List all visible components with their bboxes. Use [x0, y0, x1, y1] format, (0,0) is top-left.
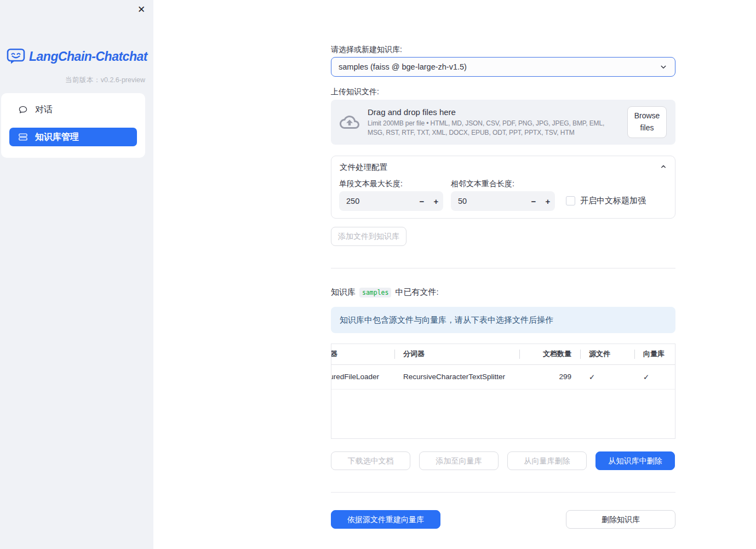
chunk-size-input[interactable]: 250 − +: [339, 191, 443, 211]
table-header-row: 文档加载器 分词器 文档数量 源文件 向量库: [331, 344, 675, 364]
dropzone-title: Drag and drop files here: [368, 107, 619, 117]
cloud-upload-icon: [340, 112, 359, 132]
app-page: ✕ LangChain-Chatchat 当前版本：v0.2.6-preview: [0, 0, 756, 549]
chevron-down-icon: [658, 62, 668, 72]
dropzone-limit-text: Limit 200MB per file • HTML, MD, JSON, C…: [368, 119, 619, 136]
sidebar-item-label: 对话: [35, 104, 53, 116]
sidebar-item-dialogue[interactable]: 对话: [9, 100, 137, 119]
info-alert: 知识库中包含源文件与向量库，请从下表中选择文件后操作: [331, 307, 675, 333]
version-line: 当前版本：v0.2.6-preview: [0, 76, 145, 85]
logo: LangChain-Chatchat: [7, 48, 147, 65]
divider: [331, 268, 675, 268]
chunk-size-label: 单段文本最大长度:: [339, 179, 403, 189]
overlap-size-input[interactable]: 50 − +: [451, 191, 555, 211]
kb-files-table[interactable]: 文档加载器 分词器 文档数量 源文件 向量库 UnstructuredFileL…: [331, 344, 675, 439]
overlap-size-value: 50: [451, 197, 526, 205]
kb-files-suffix: 中已有文件:: [395, 287, 438, 298]
stack-icon: [18, 132, 28, 142]
rebuild-vector-store-button[interactable]: 依据源文件重建向量库: [331, 510, 440, 529]
table-row[interactable]: UnstructuredFileLoader RecursiveCharacte…: [331, 364, 675, 389]
overlap-size-label: 相邻文本重合长度:: [451, 179, 514, 189]
kb-files-heading: 知识库 samples 中已有文件:: [331, 287, 439, 298]
browse-files-button[interactable]: Browse files: [627, 106, 667, 138]
main-content: 请选择或新建知识库: samples (faiss @ bge-large-zh…: [331, 0, 675, 549]
chunk-size-decrement-button[interactable]: −: [415, 191, 429, 211]
version-label: 当前版本：: [65, 76, 101, 84]
add-files-to-kb-button[interactable]: 添加文件到知识库: [331, 227, 406, 246]
zh-title-enhance-checkbox[interactable]: [566, 196, 575, 205]
kb-selectbox[interactable]: samples (faiss @ bge-large-zh-v1.5): [331, 57, 675, 77]
kb-select-label: 请选择或新建知识库:: [331, 45, 402, 55]
kb-actions-row: 依据源文件重建向量库 删除知识库: [331, 510, 675, 529]
column-header-vector-store[interactable]: 向量库: [634, 344, 675, 364]
overlap-size-decrement-button[interactable]: −: [526, 191, 541, 211]
chunk-size-value: 250: [339, 197, 415, 205]
logo-text: LangChain-Chatchat: [29, 49, 147, 64]
cell-vector-store-check: ✓: [634, 364, 675, 389]
add-to-vector-store-button[interactable]: 添加至向量库: [419, 451, 499, 470]
zh-title-enhance-label: 开启中文标题加强: [580, 196, 646, 206]
zh-title-enhance-checkbox-row[interactable]: 开启中文标题加强: [566, 196, 646, 206]
kb-files-prefix: 知识库: [331, 287, 356, 298]
logo-chat-bubble-icon: [7, 48, 25, 65]
overlap-size-increment-button[interactable]: +: [541, 191, 555, 211]
column-header-doc-count[interactable]: 文档数量: [519, 344, 580, 364]
sidebar: ✕ LangChain-Chatchat 当前版本：v0.2.6-preview: [0, 0, 153, 549]
delete-from-kb-button[interactable]: 从知识库中删除: [595, 451, 675, 470]
file-config-expander: 文件处理配置 单段文本最大长度: 250 − + 相邻文本重合长度: 50 − …: [331, 156, 675, 219]
version-value: v0.2.6-preview: [101, 76, 145, 84]
dropzone-instructions: Drag and drop files here Limit 200MB per…: [368, 107, 619, 136]
sidebar-item-label: 知识库管理: [35, 131, 79, 143]
column-header-splitter[interactable]: 分词器: [394, 344, 519, 364]
chevron-up-icon: [659, 162, 668, 171]
chat-bubble-icon: [18, 105, 28, 115]
column-header-loader[interactable]: 文档加载器: [331, 344, 394, 364]
file-config-title: 文件处理配置: [340, 162, 387, 173]
file-dropzone[interactable]: Drag and drop files here Limit 200MB per…: [331, 100, 675, 145]
file-config-expander-header[interactable]: 文件处理配置: [331, 156, 675, 177]
chunk-size-increment-button[interactable]: +: [429, 191, 443, 211]
delete-kb-action-button[interactable]: 删除知识库: [566, 510, 675, 529]
upload-label: 上传知识文件:: [331, 87, 379, 97]
sidebar-item-knowledge-base[interactable]: 知识库管理: [9, 128, 137, 146]
nav-menu: 对话 知识库管理: [1, 93, 145, 158]
kb-files-table-grid: 文档加载器 分词器 文档数量 源文件 向量库 UnstructuredFileL…: [331, 344, 675, 390]
cell-splitter: RecursiveCharacterTextSplitter: [394, 364, 519, 389]
cell-source-file-check: ✓: [580, 364, 634, 389]
divider: [331, 492, 675, 493]
cell-loader: UnstructuredFileLoader: [331, 364, 394, 389]
kb-selectbox-value: samples (faiss @ bge-large-zh-v1.5): [331, 62, 658, 71]
download-selected-button[interactable]: 下载选中文档: [331, 451, 410, 470]
cell-doc-count: 299: [519, 364, 580, 389]
kb-name-code: samples: [359, 288, 391, 298]
column-header-source-file[interactable]: 源文件: [580, 344, 634, 364]
file-actions-row: 下载选中文档 添加至向量库 从向量库删除 从知识库中删除: [331, 451, 675, 470]
delete-from-vector-store-button[interactable]: 从向量库删除: [507, 451, 587, 470]
sidebar-close-icon[interactable]: ✕: [135, 3, 148, 16]
info-alert-text: 知识库中包含源文件与向量库，请从下表中选择文件后操作: [340, 315, 553, 325]
